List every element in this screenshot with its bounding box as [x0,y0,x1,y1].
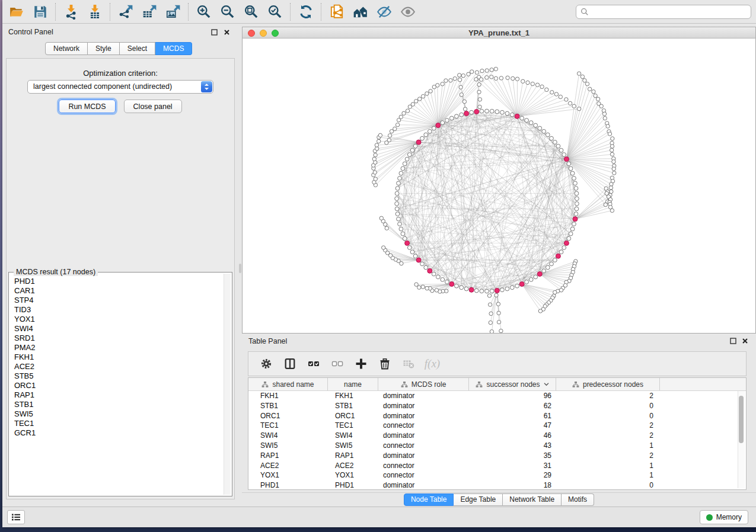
list-icon [11,513,21,521]
mcds-result-item[interactable]: SRD1 [14,334,223,343]
table-row[interactable]: STB1STB1dominator620 [248,401,746,411]
show-all-icon [400,4,416,20]
mcds-result-item[interactable]: ACE2 [14,362,223,371]
float-panel-icon[interactable] [210,28,218,36]
table-row[interactable]: SWI4SWI4dominator462 [248,431,746,441]
plus-icon [355,358,367,370]
fx-icon: f(x) [425,357,440,370]
table-row[interactable]: SWI5SWI5connector431 [248,441,746,451]
table-cell: PHD1 [328,480,378,490]
mcds-result-item[interactable]: PMA2 [14,343,223,352]
table-cell: 18 [469,480,556,490]
toolbar-separator [110,3,111,21]
close-table-panel-icon[interactable] [741,337,749,345]
table-row[interactable]: FKH1FKH1dominator962 [248,391,746,401]
namespace-icon [572,381,579,388]
close-panel-icon[interactable] [223,28,231,36]
select-all-rows-button[interactable] [303,354,324,373]
table-cell: RAP1 [248,451,328,461]
open-session-button[interactable] [5,2,28,22]
search-input[interactable] [592,7,751,17]
mcds-result-item[interactable]: TID3 [14,305,223,315]
delete-table-button [398,354,419,373]
gear-icon [260,358,272,370]
tab-network[interactable]: Network [45,42,88,55]
table-row[interactable]: YOX1YOX1connector291 [248,470,746,480]
import-network-button[interactable] [59,2,83,22]
first-neighbors-button[interactable] [349,2,372,22]
apply-preferred-layout-button[interactable] [294,2,318,22]
mcds-result-item[interactable]: SWI5 [14,409,223,419]
tab-node-table[interactable]: Node Table [404,493,454,506]
mcds-result-item[interactable]: GCR1 [14,428,223,438]
tab-motifs[interactable]: Motifs [562,493,594,506]
tab-edge-table[interactable]: Edge Table [454,493,503,506]
delete-column-button[interactable] [374,354,395,373]
mcds-result-item[interactable]: STB1 [14,400,223,409]
table-cell: 1 [556,441,660,451]
mcds-result-item[interactable]: RAP1 [14,390,223,400]
table-row[interactable]: ORC1ORC1dominator610 [248,411,746,421]
column-header-shared-name[interactable]: shared name [248,378,328,390]
mcds-result-item[interactable]: STP4 [14,296,223,305]
network-view[interactable] [242,39,756,334]
deselect-all-rows-button[interactable] [327,354,348,373]
memory-label: Memory [716,513,742,521]
search-box[interactable] [576,5,751,19]
table-scrollbar[interactable] [738,391,745,488]
export-table-button[interactable] [138,2,161,22]
hide-selected-button[interactable] [372,2,396,22]
mcds-result-item[interactable]: PHD1 [14,277,223,286]
table-cell: 1 [556,461,660,471]
table-cell: 0 [556,480,660,490]
float-table-panel-icon[interactable] [729,337,737,345]
splitter-handle-icon[interactable] [239,264,241,273]
new-network-from-selection-button[interactable] [325,2,349,22]
create-column-button[interactable] [350,354,372,373]
namespace-icon [261,381,269,388]
import-table-button[interactable] [83,2,107,22]
mcds-result-item[interactable]: TEC1 [14,419,223,428]
tab-network-table[interactable]: Network Table [503,493,562,506]
run-mcds-button[interactable]: Run MCDS [59,100,115,113]
table-row[interactable]: PHD1PHD1dominator180 [248,480,746,490]
zoom-out-button[interactable] [216,2,240,22]
tab-style[interactable]: Style [88,42,120,55]
criterion-dropdown[interactable]: largest connected component (undirected) [27,80,213,94]
mcds-result-item[interactable]: FKH1 [14,352,223,362]
table-row[interactable]: ACE2ACE2connector311 [248,461,746,471]
mcds-result-item[interactable]: SWI4 [14,324,223,334]
tab-mcds[interactable]: MCDS [155,42,192,55]
mcds-result-item[interactable]: ORC1 [14,381,223,390]
column-header-successor-nodes[interactable]: successor nodes [469,378,556,390]
mcds-result-list[interactable]: PHD1CAR1STP4TID3YOX1SWI4SRD1PMA2FKH1ACE2… [9,274,223,494]
network-window-titlebar[interactable]: YPA_prune.txt_1 [242,27,756,39]
table-row[interactable]: RAP1RAP1dominator352 [248,451,746,461]
column-header-MCDS-role[interactable]: MCDS role [378,378,469,390]
memory-button[interactable]: Memory [700,510,748,524]
mcds-result-item[interactable]: YOX1 [14,315,223,324]
mcds-result-item[interactable]: CAR1 [14,286,223,296]
node-table: shared namenameMCDS rolesuccessor nodesp… [248,377,747,490]
zoom-in-button[interactable] [192,2,216,22]
column-header-predecessor-nodes[interactable]: predecessor nodes [556,378,660,390]
close-panel-button[interactable]: Close panel [124,100,182,113]
mcds-result-item[interactable]: STB5 [14,371,223,381]
show-all-button[interactable] [396,2,420,22]
table-row[interactable]: TEC1TEC1connector472 [248,421,746,431]
mcds-list-scrollbar[interactable] [224,274,231,495]
export-image-button[interactable] [161,2,185,22]
select-all-icon [308,358,320,370]
task-history-button[interactable] [7,510,25,524]
zoom-selected-button[interactable] [263,2,287,22]
export-network-button[interactable] [114,2,138,22]
zoom-fit-button[interactable] [240,2,263,22]
table-cell: connector [378,441,469,451]
save-session-button[interactable] [28,2,52,22]
table-mode-button[interactable] [256,354,277,373]
tab-select[interactable]: Select [120,42,155,55]
table-scrollbar-thumb[interactable] [739,396,744,443]
column-header-name[interactable]: name [328,378,378,390]
column-layout-button[interactable] [279,354,301,373]
network-graph[interactable] [243,39,755,333]
